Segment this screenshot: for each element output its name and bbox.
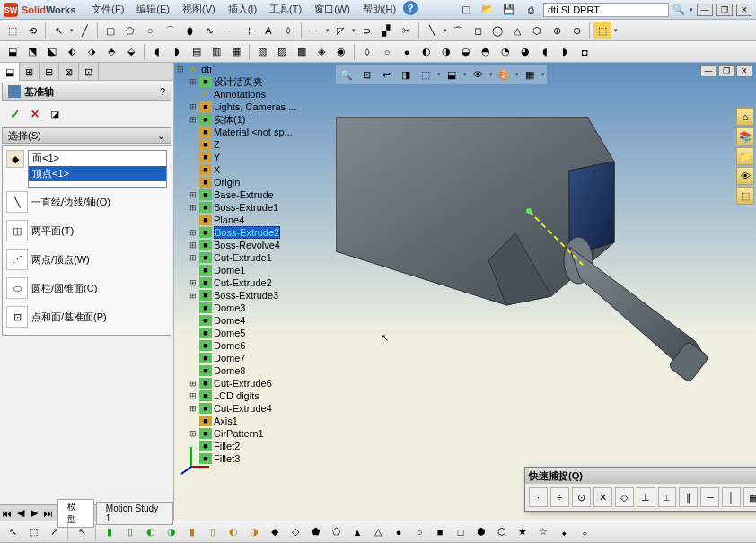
tree-item[interactable]: ■Axis1 — [176, 415, 338, 427]
menu-help[interactable]: 帮助(H) — [357, 1, 401, 18]
bt-14-icon[interactable]: ◇ — [286, 523, 304, 541]
hide-show-icon[interactable]: 👁 — [469, 66, 487, 83]
mirror-icon[interactable]: ▞ — [377, 22, 395, 39]
extrude-icon[interactable]: ⬓ — [4, 43, 22, 61]
menu-tools[interactable]: 工具(T) — [264, 1, 307, 18]
tree-item[interactable]: ⊞■Boss-Extrude3 — [176, 289, 338, 302]
centerline-icon[interactable]: ⊹ — [240, 22, 258, 39]
circ2-icon[interactable]: ◯ — [488, 22, 506, 39]
rt-explorer-icon[interactable]: 📁 — [736, 147, 754, 165]
feature-tree[interactable]: ⊟Adti⊞■设计活页夹AAnnotations⊞■Lights, Camera… — [176, 63, 338, 465]
help-icon[interactable]: ? — [403, 1, 418, 15]
tree-item[interactable]: ⊟Adti — [176, 63, 338, 75]
doc-restore-button[interactable]: ❐ — [718, 65, 734, 77]
bt-5-icon[interactable]: ▮ — [101, 523, 119, 541]
misc8-icon[interactable]: ◔ — [497, 43, 514, 61]
save-icon[interactable]: 💾 — [500, 1, 518, 19]
close-button[interactable]: ✕ — [736, 4, 752, 16]
rt-home-icon[interactable]: ⌂ — [736, 108, 754, 126]
point-icon[interactable]: · — [220, 22, 238, 39]
panel-tab-property[interactable]: ⊞ — [20, 63, 40, 81]
bt-21-icon[interactable]: ■ — [431, 523, 449, 541]
mirror2-icon[interactable]: ▨ — [273, 43, 291, 61]
tool-b-icon[interactable]: ⬡ — [528, 22, 546, 39]
draft-icon[interactable]: ▦ — [227, 43, 245, 61]
snap-center-icon[interactable]: ⊙ — [572, 487, 591, 507]
ref-icon[interactable]: ▩ — [293, 43, 311, 61]
bt-15-icon[interactable]: ⬟ — [307, 523, 325, 541]
tree-item[interactable]: ⊞■CirPattern1 — [176, 427, 338, 440]
fillet-icon[interactable]: ⌐ — [305, 22, 323, 39]
misc12-icon[interactable]: ◘ — [576, 43, 593, 61]
tree-item[interactable]: ⊞■LCD digits — [176, 390, 338, 402]
ellipse-icon[interactable]: ⬮ — [180, 22, 198, 39]
panel-tab-dim[interactable]: ⊠ — [59, 63, 79, 81]
snap-perp-icon[interactable]: ⟂ — [658, 487, 677, 507]
viewport[interactable]: — ❐ ✕ 🔍 ⊡ ↩ ◨ ⬚▾ ⬓▾ 👁▾ 🎨▾ ▦▾ ⊟Adti⊞■设计活页… — [174, 63, 756, 521]
fillet2-icon[interactable]: ◖ — [148, 43, 166, 61]
tree-item[interactable]: ■Z — [176, 138, 338, 151]
bt-2-icon[interactable]: ⬚ — [24, 523, 42, 541]
tree-item[interactable]: ■Y — [176, 151, 338, 163]
snap-grid-icon[interactable]: ▦ — [743, 487, 756, 507]
tree-item[interactable]: ⊞■Base-Extrude — [176, 188, 338, 201]
trim-icon[interactable]: ✂ — [397, 22, 415, 39]
rt-view-icon[interactable]: 👁 — [736, 167, 754, 185]
curve-icon[interactable]: ◈ — [312, 43, 330, 61]
tab-nav-first[interactable]: ⏮ — [0, 508, 13, 519]
tree-item[interactable]: ⊞■Lights, Cameras ... — [176, 101, 338, 113]
menu-window[interactable]: 窗口(W) — [309, 1, 356, 18]
rt-appear-icon[interactable]: ⬚ — [736, 187, 754, 205]
misc7-icon[interactable]: ◓ — [477, 43, 495, 61]
panel-help-icon[interactable]: ? — [160, 86, 165, 97]
bt-28-icon[interactable]: ⬦ — [576, 523, 593, 541]
bt-24-icon[interactable]: ⬡ — [493, 523, 511, 541]
list-item[interactable]: 面<1> — [29, 151, 166, 166]
misc6-icon[interactable]: ◒ — [457, 43, 475, 61]
tree-item[interactable]: ■Dome3 — [176, 302, 338, 314]
snap-mid-icon[interactable]: ÷ — [550, 487, 569, 507]
sweep-icon[interactable]: ⬕ — [43, 43, 61, 61]
quick-snap-title[interactable]: 快速捕捉(Q) ✕ — [525, 468, 756, 484]
ok-button[interactable]: ✓ — [7, 106, 23, 122]
tree-item[interactable]: AAnnotations — [176, 88, 338, 101]
bt-4-icon[interactable]: ↖ — [73, 523, 91, 541]
quick-snap-toolbar[interactable]: 快速捕捉(Q) ✕ · ÷ ⊙ ✕ ◇ ⊥ ⟂ ∥ ─ │ ▦ ∠ — [524, 467, 756, 512]
selection-listbox[interactable]: 面<1> 顶点<1> — [28, 150, 167, 188]
option-point-plane[interactable]: ⊡ 点和面/基准面(P) — [6, 302, 167, 331]
option-two-planes[interactable]: ◫ 两平面(T) — [6, 216, 167, 245]
view-orient-icon[interactable]: ⬚ — [417, 66, 435, 83]
tree-item[interactable]: ■Origin — [176, 176, 338, 188]
line2-icon[interactable]: ╲ — [423, 22, 441, 39]
revolve-icon[interactable]: ⬔ — [23, 43, 41, 61]
tree-item[interactable]: ■Material <not sp... — [176, 126, 338, 138]
cursor-icon[interactable]: ↖ — [49, 22, 67, 39]
minimize-button[interactable]: — — [697, 4, 713, 16]
snap-vert-icon[interactable]: │ — [722, 487, 741, 507]
misc4-icon[interactable]: ◐ — [418, 43, 435, 61]
bt-6-icon[interactable]: ▯ — [121, 523, 139, 541]
misc2-icon[interactable]: ○ — [378, 43, 396, 61]
list-item[interactable]: 顶点<1> — [29, 166, 166, 181]
cancel-button[interactable]: ✕ — [27, 106, 43, 122]
options-icon[interactable]: ⬚ — [593, 22, 611, 39]
section-header[interactable]: 选择(S) ⌄ — [2, 127, 171, 144]
panel-tab-feature[interactable]: ⬓ — [0, 63, 20, 81]
open-icon[interactable]: 📂 — [479, 1, 497, 19]
tree-item[interactable]: ⊞■Cut-Extrude6 — [176, 377, 338, 390]
rect2-icon[interactable]: ◻ — [469, 22, 487, 39]
plane-icon[interactable]: ◊ — [279, 22, 297, 39]
tab-nav-prev[interactable]: ◀ — [13, 507, 27, 519]
option-cylinder[interactable]: ⬭ 圆柱/圆锥面(C) — [6, 274, 167, 302]
pattern-icon[interactable]: ▧ — [253, 43, 271, 61]
cut-rev-icon[interactable]: ⬘ — [102, 43, 120, 61]
misc1-icon[interactable]: ◊ — [358, 43, 376, 61]
doc-close-button[interactable]: ✕ — [736, 65, 752, 77]
arc-icon[interactable]: ⌒ — [161, 22, 179, 39]
panel-tab-display[interactable]: ⊡ — [79, 63, 99, 81]
appearance-icon[interactable]: 🎨 — [495, 66, 513, 83]
doc-minimize-button[interactable]: — — [700, 65, 716, 77]
snap-quad-icon[interactable]: ◇ — [615, 487, 634, 507]
bt-7-icon[interactable]: ◐ — [142, 523, 160, 541]
hole-icon[interactable]: ⬙ — [122, 43, 140, 61]
